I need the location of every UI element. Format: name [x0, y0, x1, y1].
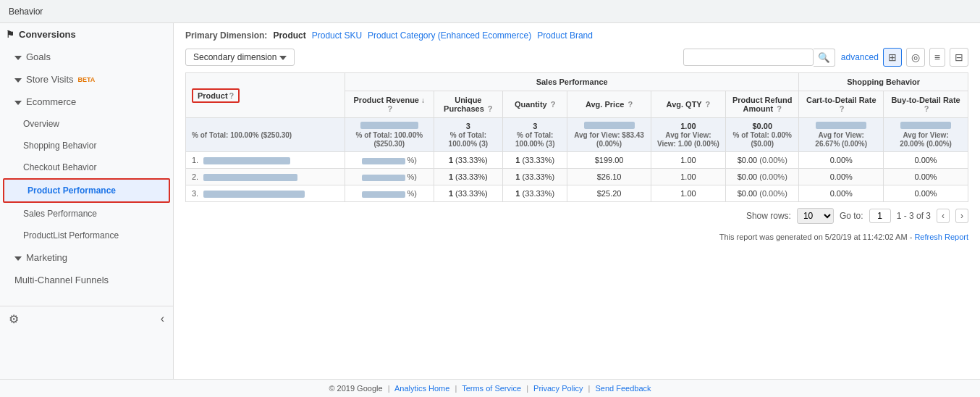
revenue-help-icon[interactable]: ? [387, 104, 392, 113]
total-cart-cell: Avg for View: 26.67% (0.00%) [799, 118, 884, 152]
total-avg-qty-cell: 1.00 Avg for View: View: 1.00 (0.00%) [651, 118, 725, 152]
col-header-unique-purchases: Unique Purchases ? [434, 91, 503, 118]
row-1-avg-qty-cell: 1.00 [651, 169, 725, 185]
total-label-cell: % of Total: 100.00% ($250.30) [186, 118, 345, 152]
buy-detail-help-icon[interactable]: ? [924, 104, 929, 113]
data-table: Product ? Sales Performance Shopping Beh… [185, 72, 968, 202]
sidebar-item-conversions[interactable]: ⚑ Conversions [0, 23, 173, 46]
refund-label: Product Refund Amount [732, 96, 793, 113]
app-footer: © 2019 Google | Analytics Home | Terms o… [0, 379, 980, 397]
row-0-avg-qty-cell: 1.00 [651, 152, 725, 169]
dim-product-category[interactable]: Product Category (Enhanced Ecommerce) [368, 30, 531, 41]
sidebar-item-overview[interactable]: Overview [0, 113, 173, 135]
sidebar-item-productlist-performance[interactable]: ProductList Performance [0, 225, 173, 246]
total-revenue-cell: % of Total: 100.00% ($250.30) [345, 118, 434, 152]
total-buy-cell: Avg for View: 20.00% (0.00%) [884, 118, 968, 152]
sidebar-shopping-label: Shopping Behavior [23, 141, 96, 151]
quantity-help-icon[interactable]: ? [551, 100, 556, 109]
sort-arrow-icon: ↓ [421, 96, 425, 104]
row-1-avg-price-cell: $26.10 [567, 169, 651, 185]
row-2-buy-cell: 0.00% [884, 185, 968, 202]
row-0-refund-cell: $0.00 (0.00%) [726, 152, 799, 169]
avg-price-label: Avg. Price [586, 100, 624, 109]
cart-detail-help-icon[interactable]: ? [840, 104, 845, 113]
secondary-dim-label: Secondary dimension [193, 52, 276, 62]
row-2-product-cell: 3. [186, 185, 345, 202]
row-1-unique-cell: 1 (33.33%) [434, 169, 503, 185]
shopping-behavior-header: Shopping Behavior [799, 73, 968, 91]
sidebar-item-checkout-behavior[interactable]: Checkout Behavior [0, 156, 173, 178]
next-page-button[interactable]: › [955, 209, 968, 223]
sidebar-item-ecommerce[interactable]: Ecommerce [0, 91, 173, 113]
view-list-button[interactable]: ≡ [929, 48, 945, 67]
total-refund-cell: $0.00 % of Total: 0.00% ($0.00) [726, 118, 799, 152]
footer-analytics-home[interactable]: Analytics Home [394, 384, 449, 393]
goto-label: Go to: [840, 211, 863, 221]
buy-detail-label: Buy-to-Detail Rate [891, 96, 960, 104]
col-header-buy-detail: Buy-to-Detail Rate ? [884, 91, 968, 118]
sidebar-item-multichannel[interactable]: Multi-Channel Funnels [0, 269, 173, 291]
sidebar-item-marketing[interactable]: Marketing [0, 246, 173, 269]
advanced-link[interactable]: advanced [841, 52, 879, 62]
table-row: 1. %) 1 (33.33%) 1 (33.33%) $199.00 1.00… [186, 152, 968, 169]
primary-dim-label: Primary Dimension: [185, 30, 267, 41]
product-col-label: Product [198, 91, 228, 100]
footer-privacy[interactable]: Privacy Policy [533, 384, 583, 393]
row-2-avg-price-cell: $25.20 [567, 185, 651, 202]
sidebar-item-goals[interactable]: Goals [0, 46, 173, 68]
footer-feedback[interactable]: Send Feedback [596, 384, 651, 393]
row-0-avg-price-cell: $199.00 [567, 152, 651, 169]
sidebar-collapse-icon[interactable]: ‹ [161, 312, 164, 326]
row-0-cart-cell: 0.00% [799, 152, 884, 169]
revenue-label: Product Revenue [354, 96, 419, 104]
sidebar-item-shopping-behavior[interactable]: Shopping Behavior [0, 135, 173, 156]
footer-terms[interactable]: Terms of Service [462, 384, 521, 393]
sidebar-item-storevisits[interactable]: Store Visits BETA [0, 68, 173, 91]
dim-product[interactable]: Product [273, 30, 305, 41]
triangle-storevisits-icon [14, 74, 22, 85]
row-2-avg-qty-cell: 1.00 [651, 185, 725, 202]
col-header-avg-qty: Avg. QTY ? [651, 91, 725, 118]
gear-icon[interactable]: ⚙ [9, 312, 19, 326]
avg-qty-help-icon[interactable]: ? [706, 100, 711, 109]
cart-detail-label: Cart-to-Detail Rate [806, 96, 876, 104]
sidebar-marketing-label: Marketing [26, 252, 67, 263]
avg-price-help-icon[interactable]: ? [628, 100, 633, 109]
row-1-qty-cell: 1 (33.33%) [503, 169, 567, 185]
dropdown-arrow-icon [279, 52, 287, 62]
sidebar-product-perf-label: Product Performance [28, 185, 116, 196]
view-grid-button[interactable]: ⊞ [883, 48, 902, 67]
sidebar-overview-label: Overview [23, 119, 59, 129]
sidebar-ecommerce-label: Ecommerce [26, 96, 76, 107]
view-custom-button[interactable]: ⊟ [950, 48, 968, 67]
rows-per-page-select[interactable]: 10 25 50 100 500 [797, 208, 834, 224]
refund-help-icon[interactable]: ? [777, 104, 782, 113]
footer-copyright: © 2019 Google [329, 384, 382, 393]
toolbar: Secondary dimension 🔍 advanced ⊞ ◎ ≡ ⊟ [185, 48, 968, 67]
product-help-icon[interactable]: ? [229, 91, 235, 100]
quantity-label: Quantity [515, 100, 547, 109]
beta-badge: BETA [78, 76, 96, 83]
secondary-dimension-button[interactable]: Secondary dimension [185, 49, 295, 66]
primary-dimension-bar: Primary Dimension: Product Product SKU P… [185, 30, 968, 41]
search-button[interactable]: 🔍 [814, 49, 835, 67]
dim-product-sku[interactable]: Product SKU [312, 30, 362, 41]
sidebar-item-product-performance[interactable]: Product Performance [3, 178, 170, 203]
row-2-refund-cell: $0.00 (0.00%) [726, 185, 799, 202]
sidebar-item-sales-performance[interactable]: Sales Performance [0, 203, 173, 225]
unique-purchases-label: Unique Purchases [444, 96, 484, 113]
view-pie-button[interactable]: ◎ [906, 48, 925, 67]
sidebar-goals-label: Goals [26, 51, 51, 62]
sidebar-sales-perf-label: Sales Performance [23, 209, 97, 219]
sidebar-productlist-perf-label: ProductList Performance [23, 230, 119, 241]
row-1-cart-cell: 0.00% [799, 169, 884, 185]
goto-page-input[interactable] [869, 209, 891, 223]
unique-purchases-help-icon[interactable]: ? [488, 104, 493, 113]
prev-page-button[interactable]: ‹ [937, 209, 950, 223]
col-header-revenue[interactable]: Product Revenue ↓ ? [345, 91, 434, 118]
refresh-report-link[interactable]: Refresh Report [914, 233, 968, 241]
row-1-buy-cell: 0.00% [884, 169, 968, 185]
search-input[interactable] [683, 49, 814, 66]
col-header-refund: Product Refund Amount ? [726, 91, 799, 118]
dim-product-brand[interactable]: Product Brand [537, 30, 593, 41]
